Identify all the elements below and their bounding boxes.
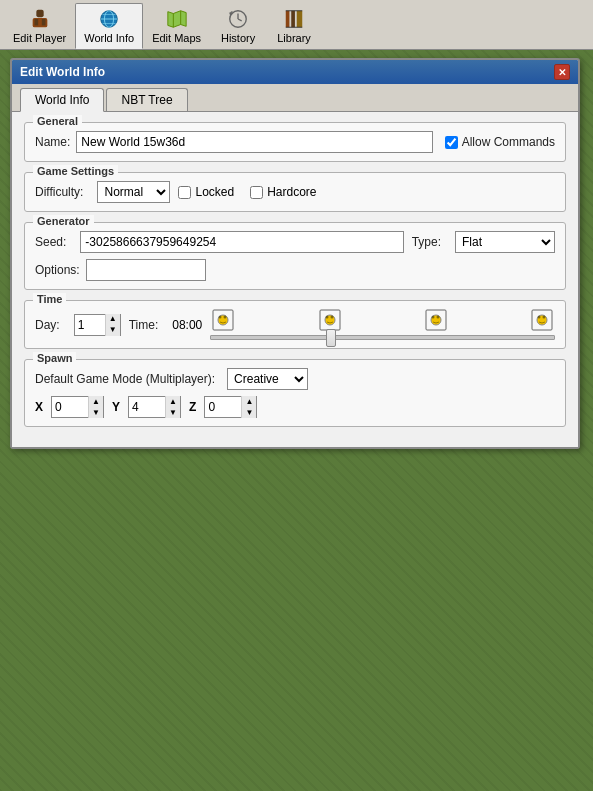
y-spinner: ▲ ▼ xyxy=(128,396,181,418)
edit-maps-button[interactable]: Edit Maps xyxy=(143,3,210,49)
type-select[interactable]: Default Flat Large Biomes Amplified Cust… xyxy=(455,231,555,253)
dialog-titlebar: Edit World Info ✕ xyxy=(12,60,578,84)
z-up-button[interactable]: ▲ xyxy=(242,396,256,407)
history-icon xyxy=(226,8,250,30)
name-label: Name: xyxy=(35,135,70,149)
y-down-button[interactable]: ▼ xyxy=(166,407,180,418)
x-input[interactable] xyxy=(52,397,88,417)
day-input[interactable] xyxy=(75,315,105,335)
world-name-input[interactable] xyxy=(76,131,432,153)
options-label: Options: xyxy=(35,263,80,277)
svg-point-24 xyxy=(224,316,227,319)
svg-point-33 xyxy=(431,316,434,319)
svg-rect-16 xyxy=(286,11,290,28)
world-info-button[interactable]: World Info xyxy=(75,3,143,49)
type-label: Type: xyxy=(412,235,441,249)
x-spinner: ▲ ▼ xyxy=(51,396,104,418)
hardcore-checkbox[interactable] xyxy=(250,186,263,199)
time-label: Time xyxy=(33,293,66,305)
toolbar: Edit Player World Info Edit Maps History xyxy=(0,0,593,50)
seed-label: Seed: xyxy=(35,235,66,249)
svg-rect-2 xyxy=(34,19,38,25)
z-spinner: ▲ ▼ xyxy=(204,396,257,418)
game-mode-label: Default Game Mode (Multiplayer): xyxy=(35,372,215,386)
svg-rect-18 xyxy=(297,11,303,28)
options-input[interactable] xyxy=(86,259,206,281)
time-slider-thumb[interactable] xyxy=(326,329,336,347)
dialog-content: General Name: Allow Commands Game Settin… xyxy=(12,112,578,447)
maps-icon xyxy=(165,8,189,30)
time-section: Time Day: ▲ ▼ Time: 08:00 xyxy=(24,300,566,349)
locked-label: Locked xyxy=(195,185,234,199)
sun-icon-1 xyxy=(212,309,234,331)
day-down-button[interactable]: ▼ xyxy=(106,325,120,336)
generator-label: Generator xyxy=(33,215,94,227)
world-icon xyxy=(97,8,121,30)
time-value: 08:00 xyxy=(172,318,202,332)
sun-icon-4 xyxy=(531,309,553,331)
y-label: Y xyxy=(112,400,120,414)
game-settings-section: Game Settings Difficulty: Peaceful Easy … xyxy=(24,172,566,212)
z-down-button[interactable]: ▼ xyxy=(242,407,256,418)
z-input[interactable] xyxy=(205,397,241,417)
spawn-section: Spawn Default Game Mode (Multiplayer): S… xyxy=(24,359,566,427)
options-row: Options: xyxy=(35,259,555,281)
svg-point-39 xyxy=(542,316,545,319)
svg-point-34 xyxy=(436,316,439,319)
svg-point-28 xyxy=(325,316,328,319)
difficulty-row: Difficulty: Peaceful Easy Normal Hard Lo… xyxy=(35,181,555,203)
dialog-close-button[interactable]: ✕ xyxy=(554,64,570,80)
day-label: Day: xyxy=(35,318,60,332)
svg-point-38 xyxy=(537,316,540,319)
day-up-button[interactable]: ▲ xyxy=(106,314,120,325)
svg-line-14 xyxy=(238,19,242,21)
sun-icons-row xyxy=(210,309,555,333)
locked-group: Locked xyxy=(178,185,234,199)
svg-marker-9 xyxy=(167,11,185,28)
time-row: Day: ▲ ▼ Time: 08:00 xyxy=(35,309,555,340)
x-up-button[interactable]: ▲ xyxy=(89,396,103,407)
svg-rect-17 xyxy=(291,11,295,28)
difficulty-label: Difficulty: xyxy=(35,185,83,199)
general-row: Name: Allow Commands xyxy=(35,131,555,153)
svg-point-23 xyxy=(219,316,222,319)
hardcore-label: Hardcore xyxy=(267,185,316,199)
seed-row: Seed: Type: Default Flat Large Biomes Am… xyxy=(35,231,555,253)
generator-section: Generator Seed: Type: Default Flat Large… xyxy=(24,222,566,290)
seed-input[interactable] xyxy=(80,231,403,253)
player-icon xyxy=(28,8,52,30)
tab-world-info[interactable]: World Info xyxy=(20,88,104,112)
game-settings-label: Game Settings xyxy=(33,165,118,177)
time-display-label: Time: xyxy=(129,318,159,332)
library-icon xyxy=(282,8,306,30)
game-mode-select[interactable]: Survival Creative Adventure Spectator xyxy=(227,368,308,390)
time-slider-area xyxy=(210,309,555,340)
y-input[interactable] xyxy=(129,397,165,417)
allow-commands-label: Allow Commands xyxy=(462,135,555,149)
spawn-label: Spawn xyxy=(33,352,76,364)
sun-icon-3 xyxy=(425,309,447,331)
history-button[interactable]: History xyxy=(210,3,266,49)
svg-point-29 xyxy=(330,316,333,319)
y-up-button[interactable]: ▲ xyxy=(166,396,180,407)
hardcore-group: Hardcore xyxy=(250,185,316,199)
general-label: General xyxy=(33,115,82,127)
tab-nbt-tree[interactable]: NBT Tree xyxy=(106,88,187,111)
time-slider-track xyxy=(210,335,555,340)
edit-player-button[interactable]: Edit Player xyxy=(4,3,75,49)
general-section: General Name: Allow Commands xyxy=(24,122,566,162)
dialog-title: Edit World Info xyxy=(20,65,105,79)
svg-rect-3 xyxy=(41,19,45,25)
locked-checkbox[interactable] xyxy=(178,186,191,199)
library-button[interactable]: Library xyxy=(266,3,322,49)
svg-rect-0 xyxy=(36,10,43,17)
time-slider-container xyxy=(210,335,555,340)
x-down-button[interactable]: ▼ xyxy=(89,407,103,418)
day-spinner: ▲ ▼ xyxy=(74,314,121,336)
difficulty-select[interactable]: Peaceful Easy Normal Hard xyxy=(97,181,170,203)
x-label: X xyxy=(35,400,43,414)
game-mode-row: Default Game Mode (Multiplayer): Surviva… xyxy=(35,368,555,390)
allow-commands-checkbox[interactable] xyxy=(445,136,458,149)
edit-world-info-dialog: Edit World Info ✕ World Info NBT Tree Ge… xyxy=(10,58,580,449)
z-label: Z xyxy=(189,400,196,414)
